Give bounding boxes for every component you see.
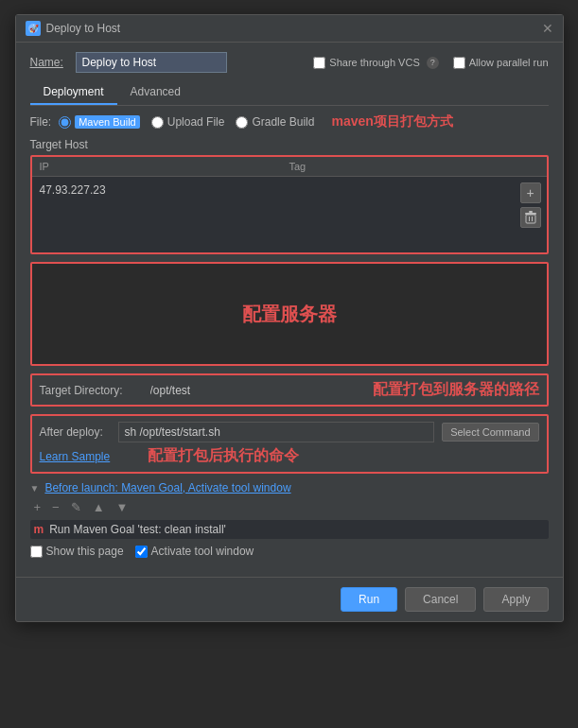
col-ip: IP bbox=[40, 161, 289, 172]
annotation-maven: maven项目打包方式 bbox=[331, 113, 452, 130]
tab-deployment[interactable]: Deployment bbox=[30, 80, 117, 105]
svg-rect-5 bbox=[525, 213, 536, 215]
activate-window-checkbox[interactable] bbox=[135, 546, 148, 558]
maven-goal-text: Run Maven Goal 'test: clean install' bbox=[49, 523, 226, 536]
dialog-body: Name: Share through VCS ? Allow parallel… bbox=[16, 43, 563, 577]
run-button[interactable]: Run bbox=[341, 587, 397, 612]
file-row: File: Maven Build Upload File Gradle Bui… bbox=[30, 113, 549, 130]
svg-rect-2 bbox=[526, 215, 535, 223]
name-row: Name: Share through VCS ? Allow parallel… bbox=[30, 52, 549, 73]
upload-file-label: Upload File bbox=[167, 115, 225, 129]
show-page-label: Show this page bbox=[46, 545, 124, 558]
checkboxes-row: Share through VCS ? Allow parallel run bbox=[313, 57, 548, 69]
select-command-button[interactable]: Select Command bbox=[442, 423, 538, 442]
target-host-box: IP Tag 47.93.227.23 + bbox=[30, 155, 549, 254]
activate-window-label: Activate tool window bbox=[151, 545, 254, 558]
radio-gradle-input[interactable] bbox=[236, 116, 248, 129]
tag-value bbox=[289, 183, 539, 197]
move-down-button[interactable]: ▼ bbox=[113, 498, 132, 516]
table-row: 47.93.227.23 bbox=[40, 181, 539, 199]
share-vcs-help-icon[interactable]: ? bbox=[427, 57, 439, 69]
tabs-row: Deployment Advanced bbox=[30, 80, 549, 106]
svg-text:🚀: 🚀 bbox=[29, 24, 39, 33]
move-up-button[interactable]: ▲ bbox=[89, 498, 109, 516]
dialog-icon: 🚀 bbox=[26, 21, 41, 36]
activate-window-option: Activate tool window bbox=[135, 545, 254, 558]
radio-maven-input[interactable] bbox=[59, 116, 71, 129]
show-page-checkbox[interactable] bbox=[30, 546, 43, 558]
col-tag: Tag bbox=[289, 161, 539, 172]
radio-upload[interactable]: Upload File bbox=[151, 115, 225, 129]
maven-goal-row: m Run Maven Goal 'test: clean install' bbox=[30, 520, 549, 539]
after-deploy-box: After deploy: Select Command Learn Sampl… bbox=[30, 414, 549, 474]
bottom-options: Show this page Activate tool window bbox=[30, 545, 549, 558]
cancel-button[interactable]: Cancel bbox=[405, 587, 476, 612]
show-page-option: Show this page bbox=[30, 545, 124, 558]
server-config-area: 配置服务器 bbox=[30, 262, 549, 366]
toolbar-row: + − ✎ ▲ ▼ bbox=[30, 498, 549, 516]
allow-parallel-checkbox[interactable] bbox=[453, 57, 465, 69]
radio-upload-input[interactable] bbox=[151, 116, 164, 129]
before-launch-title[interactable]: Before launch: Maven Goal, Activate tool… bbox=[44, 481, 290, 494]
svg-rect-4 bbox=[532, 217, 533, 221]
side-buttons: + bbox=[520, 182, 541, 228]
table-header: IP Tag bbox=[32, 157, 547, 177]
maven-build-label: Maven Build bbox=[75, 115, 140, 129]
target-host-section-label: Target Host bbox=[30, 138, 549, 151]
maven-icon: m bbox=[34, 523, 44, 536]
ip-value: 47.93.227.23 bbox=[40, 183, 289, 197]
remove-task-button[interactable]: − bbox=[48, 498, 63, 516]
share-vcs-checkbox[interactable] bbox=[313, 57, 325, 69]
svg-rect-3 bbox=[529, 217, 530, 221]
learn-sample-link[interactable]: Learn Sample bbox=[40, 450, 111, 463]
radio-maven[interactable]: Maven Build bbox=[59, 115, 140, 129]
title-bar-left: 🚀 Deploy to Host bbox=[26, 21, 121, 36]
annotation-server: 配置服务器 bbox=[242, 302, 337, 327]
radio-group: Maven Build Upload File Gradle Build bbox=[59, 115, 314, 129]
annotation-directory: 配置打包到服务器的路径 bbox=[373, 380, 539, 400]
tab-advanced[interactable]: Advanced bbox=[117, 80, 194, 105]
allow-parallel-item: Allow parallel run bbox=[453, 57, 549, 69]
annotation-command: 配置打包后执行的命令 bbox=[148, 446, 299, 466]
dialog-title: Deploy to Host bbox=[46, 22, 121, 35]
target-directory-input[interactable] bbox=[147, 382, 358, 399]
command-input[interactable] bbox=[118, 422, 435, 442]
target-directory-row: Target Directory: 配置打包到服务器的路径 bbox=[30, 373, 549, 407]
after-deploy-annotation-row: Learn Sample 配置打包后执行的命令 bbox=[40, 446, 539, 466]
close-button[interactable]: ✕ bbox=[542, 22, 553, 35]
title-bar: 🚀 Deploy to Host ✕ bbox=[16, 15, 563, 43]
table-body: 47.93.227.23 + bbox=[32, 177, 547, 252]
svg-rect-6 bbox=[529, 211, 533, 213]
collapse-arrow-icon[interactable]: ▼ bbox=[30, 483, 40, 494]
radio-gradle[interactable]: Gradle Build bbox=[236, 115, 314, 129]
deploy-dialog: 🚀 Deploy to Host ✕ Name: Share through V… bbox=[15, 14, 564, 622]
after-deploy-row: After deploy: Select Command bbox=[40, 422, 539, 442]
edit-task-button[interactable]: ✎ bbox=[67, 498, 85, 516]
apply-button[interactable]: Apply bbox=[483, 587, 548, 612]
button-row: Run Cancel Apply bbox=[16, 577, 563, 621]
allow-parallel-label: Allow parallel run bbox=[469, 57, 549, 68]
add-host-button[interactable]: + bbox=[520, 182, 541, 203]
gradle-build-label: Gradle Build bbox=[252, 115, 314, 129]
name-label: Name: bbox=[30, 56, 68, 69]
file-label: File: bbox=[30, 115, 52, 129]
share-vcs-item: Share through VCS ? bbox=[313, 57, 438, 69]
name-input[interactable] bbox=[76, 52, 227, 73]
after-deploy-label: After deploy: bbox=[40, 425, 111, 439]
delete-host-button[interactable] bbox=[520, 207, 541, 228]
before-launch-header: ▼ Before launch: Maven Goal, Activate to… bbox=[30, 481, 549, 494]
share-vcs-label: Share through VCS bbox=[329, 57, 419, 68]
add-task-button[interactable]: + bbox=[30, 498, 45, 516]
target-directory-label: Target Directory: bbox=[40, 384, 139, 397]
